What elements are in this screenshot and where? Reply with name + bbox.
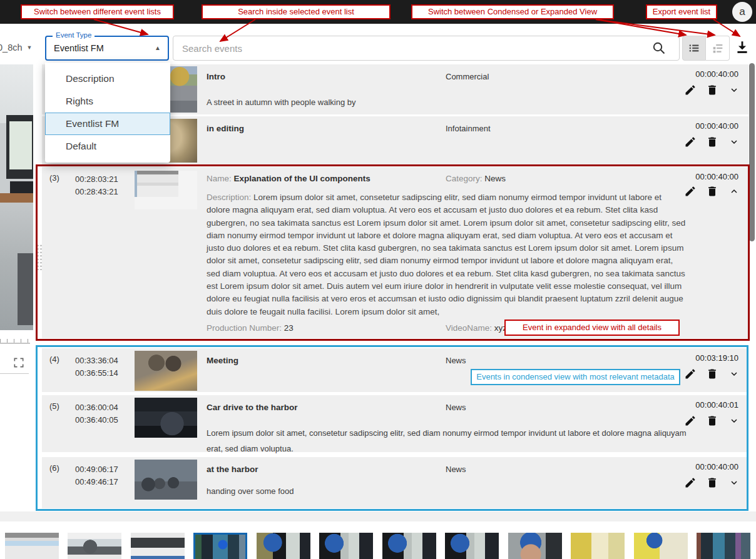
menu-option-default[interactable]: Default [45, 135, 170, 158]
event-duration: 00:03:19:10 [695, 353, 738, 363]
filmstrip-thumbnail[interactable] [382, 533, 436, 559]
annotation-view-toggle: Switch between Condensed or Expanded Vie… [411, 4, 614, 19]
event-duration: 00:00:40:00 [695, 462, 738, 471]
event-title: Meeting [207, 356, 238, 365]
search-icon [651, 41, 667, 56]
event-thumbnail [135, 171, 197, 209]
annotation-search: Search inside selected event list [202, 4, 391, 19]
expanded-view-button[interactable] [706, 36, 730, 61]
event-number: (6) [49, 463, 59, 473]
annotation-condensed-view: Events in condensed view with most relev… [471, 369, 680, 385]
timeline-ruler[interactable] [0, 338, 30, 344]
filmstrip [0, 533, 756, 559]
event-row[interactable]: (6) 00:49:06:1700:49:46:17 at the harbor… [42, 457, 748, 508]
filmstrip-thumbnail[interactable] [131, 533, 185, 559]
event-videoname: VideoName: xyz [446, 323, 507, 333]
event-row-expanded[interactable]: (3) 00:28:03:2100:28:43:21 Name: Explana… [42, 167, 748, 338]
export-download-button[interactable] [734, 39, 750, 56]
annotation-switch-lists: Switch between different event lists [21, 4, 174, 19]
event-duration: 00:00:40:00 [695, 172, 738, 181]
chevron-down-icon[interactable] [727, 135, 741, 149]
event-name: Name: Explanation of the UI components [207, 174, 370, 183]
annotation-export: Export event list [646, 4, 717, 19]
event-description: Description: Lorem ipsum dolor sit amet,… [207, 191, 687, 318]
filmstrip-thumbnail[interactable] [5, 533, 59, 559]
event-title: Car drive to the harbor [207, 403, 298, 412]
event-duration: 00:00:40:01 [695, 400, 738, 410]
event-thumbnail [135, 351, 197, 391]
delete-icon[interactable] [705, 184, 719, 198]
filmstrip-thumbnail[interactable] [68, 533, 121, 559]
event-duration: 00:00:40:00 [695, 69, 738, 79]
event-category: News [446, 465, 466, 474]
event-description: A street in autumn with people walking b… [207, 94, 692, 110]
chevron-down-icon: ▼ [27, 44, 33, 51]
channel-selector[interactable]: 0_8ch▼ [0, 43, 32, 53]
event-timecodes: 00:49:06:1700:49:46:17 [75, 463, 118, 488]
event-category: News [446, 403, 466, 412]
delete-icon[interactable] [705, 476, 719, 490]
edit-icon[interactable] [683, 367, 697, 381]
chevron-up-icon[interactable] [727, 184, 741, 198]
event-thumbnail [135, 398, 197, 438]
search-field [173, 36, 680, 61]
edit-icon[interactable] [683, 135, 697, 149]
video-preview [0, 64, 33, 330]
delete-icon[interactable] [705, 135, 719, 149]
menu-option-description[interactable]: Description [45, 68, 170, 90]
chevron-down-icon[interactable] [727, 476, 741, 490]
annotation-expanded-view: Event in expanded view with all details [504, 320, 680, 336]
event-title: Intro [207, 72, 225, 81]
event-description: handing over some food [207, 483, 692, 499]
filmstrip-thumbnail[interactable] [508, 533, 562, 559]
filmstrip-thumbnail[interactable] [319, 533, 373, 559]
channel-label: 0_8ch [0, 43, 23, 53]
filmstrip-thumbnail[interactable] [571, 533, 625, 559]
menu-option-eventlist-fm[interactable]: Eventlist FM [45, 113, 170, 135]
event-category: News [446, 356, 466, 365]
event-number: (4) [49, 355, 59, 364]
event-type-menu: Description Rights Eventlist FM Default [45, 63, 170, 163]
event-timecodes: 00:36:00:0400:36:40:05 [75, 401, 118, 426]
chevron-down-icon[interactable] [727, 83, 741, 97]
filmstrip-thumbnail[interactable] [257, 533, 310, 559]
event-row[interactable]: (5) 00:36:00:0400:36:40:05 Car drive to … [42, 395, 748, 452]
event-row[interactable]: (4) 00:33:36:0400:36:55:14 Meeting News … [42, 348, 748, 392]
edit-icon[interactable] [683, 414, 697, 428]
event-timecodes: 00:33:36:0400:36:55:14 [75, 355, 118, 380]
event-timecodes: 00:28:03:2100:28:43:21 [75, 173, 118, 198]
event-description: Lorem ipsum dolor sit amet, consetetur s… [207, 425, 692, 456]
event-title: in editing [207, 124, 244, 133]
chevron-down-icon[interactable] [727, 367, 741, 381]
filmstrip-separator [0, 511, 756, 521]
event-category: Category: News [446, 174, 506, 183]
event-number: (5) [49, 401, 59, 411]
event-number: (3) [49, 173, 59, 183]
filmstrip-thumbnail[interactable] [634, 533, 688, 559]
user-avatar[interactable]: a [732, 2, 752, 22]
edit-icon[interactable] [683, 476, 697, 490]
event-type-value: Eventlist FM [54, 37, 104, 59]
delete-icon[interactable] [705, 83, 719, 97]
chevron-down-icon[interactable] [727, 414, 741, 428]
filmstrip-thumbnail[interactable] [445, 533, 499, 559]
event-production-number: Production Number: 23 [207, 323, 294, 333]
delete-icon[interactable] [705, 367, 719, 381]
event-category: Commercial [446, 72, 489, 81]
filmstrip-thumbnail[interactable] [697, 533, 750, 559]
edit-icon[interactable] [683, 83, 697, 97]
chevron-up-icon: ▲ [155, 37, 161, 59]
delete-icon[interactable] [705, 414, 719, 428]
scrollbar-thumb[interactable] [749, 63, 755, 241]
event-category: Infotainment [446, 124, 491, 133]
filmstrip-thumbnail-selected[interactable] [193, 533, 247, 559]
event-thumbnail [135, 460, 197, 500]
view-toggle-group [682, 36, 730, 61]
panel-divider [0, 373, 29, 374]
search-input[interactable] [181, 36, 646, 60]
fullscreen-icon[interactable] [13, 356, 25, 369]
event-type-select[interactable]: Event Type Eventlist FM ▲ [45, 36, 169, 61]
event-title: at the harbor [207, 465, 258, 474]
condensed-view-button[interactable] [682, 36, 706, 61]
menu-option-rights[interactable]: Rights [45, 90, 170, 113]
